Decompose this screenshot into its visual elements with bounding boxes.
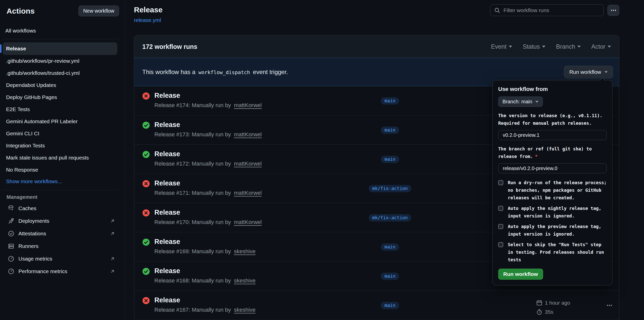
run-workflow-dropdown-button[interactable]: Run workflow [564, 66, 613, 78]
search-icon [494, 7, 500, 13]
branch-badge[interactable]: mk/fix-action [369, 185, 411, 192]
sidebar-item-workflow[interactable]: Gemini CLI CI [3, 127, 117, 140]
actor-link[interactable]: skeshive [234, 307, 256, 313]
run-description-text: Release #172: Manually run by [154, 161, 231, 167]
chevron-down-icon [542, 46, 545, 48]
cache-icon [8, 205, 14, 212]
filter-dropdown-label: Branch [556, 43, 575, 50]
run-branch-cell: main [342, 145, 438, 174]
checkbox[interactable] [498, 206, 503, 211]
chevron-down-icon [509, 46, 512, 48]
sidebar-item-workflow[interactable]: .github/workflows/trusted-ci.yml [3, 67, 117, 79]
workflow-options-button[interactable] [607, 5, 619, 16]
status-icon [142, 268, 150, 275]
run-title[interactable]: Release [154, 208, 342, 216]
run-title[interactable]: Release [154, 267, 342, 275]
show-more-workflows-link[interactable]: Show more workflows... [3, 176, 119, 187]
sidebar-item-management[interactable]: Performance metrics [0, 265, 125, 278]
workflow-label: .github/workflows/trusted-ci.yml [6, 70, 80, 76]
status-icon [142, 209, 150, 217]
chevron-down-icon [577, 46, 581, 48]
run-title[interactable]: Release [154, 179, 342, 187]
filter-dropdown[interactable]: Actor [591, 43, 611, 50]
checkbox[interactable] [498, 224, 503, 229]
workflow-file-link[interactable]: release.yml [134, 17, 161, 24]
run-title[interactable]: Release [154, 121, 342, 129]
verified-badge-icon [8, 230, 14, 237]
run-workflow-submit-button[interactable]: Run workflow [498, 269, 543, 280]
branch-badge[interactable]: main [381, 302, 399, 309]
branch-badge[interactable]: main [381, 97, 399, 105]
runs-count: 172 workflow runs [142, 43, 197, 50]
management-item-label: Performance metrics [18, 268, 67, 274]
run-title[interactable]: Release [154, 296, 342, 304]
checkbox-option-row[interactable]: Run a dry-run of the release process; no… [498, 179, 607, 202]
status-icon [142, 151, 150, 158]
actor-link[interactable]: mattKorwel [234, 131, 262, 138]
sidebar-item-workflow[interactable]: Dependabot Updates [3, 79, 117, 91]
sidebar-item-workflow[interactable]: E2E Tests [3, 103, 117, 115]
sidebar-item-management[interactable]: Runners [0, 240, 125, 252]
filter-dropdown[interactable]: Branch [556, 43, 581, 50]
sidebar-item-workflow[interactable]: Integration Tests [3, 140, 117, 152]
checkbox-option-row[interactable]: Select to skip the "Run Tests" step in t… [498, 241, 607, 264]
management-item-label: Caches [18, 205, 36, 211]
workflow-label: Release [6, 46, 26, 52]
workflow-input-field[interactable] [498, 163, 607, 173]
workflow-input-field[interactable] [498, 130, 607, 140]
branch-badge[interactable]: main [381, 273, 399, 280]
sidebar-item-workflow[interactable]: .github/workflows/pr-review.yml [3, 55, 117, 67]
sidebar-item-workflow[interactable]: Release [3, 42, 117, 55]
actor-link[interactable]: mattKorwel [234, 219, 262, 225]
run-time: 1 hour ago [536, 299, 570, 307]
checkbox-label: Select to skip the "Run Tests" step in t… [508, 241, 607, 264]
filter-dropdown[interactable]: Status [523, 43, 545, 50]
actor-link[interactable]: mattKorwel [234, 190, 262, 196]
management-item-label: Attestations [18, 231, 46, 237]
sidebar-item-all-workflows[interactable]: All workflows [2, 25, 119, 36]
status-icon [142, 297, 150, 304]
run-title[interactable]: Release [154, 238, 342, 246]
actor-link[interactable]: skeshive [234, 277, 256, 284]
actions-sidebar: Actions New workflow All workflows Relea… [0, 0, 125, 320]
branch-badge[interactable]: main [381, 243, 399, 251]
checkbox[interactable] [498, 180, 503, 185]
run-branch-cell: main [342, 291, 438, 320]
branch-select-button[interactable]: Branch: main [498, 97, 543, 107]
sidebar-item-management[interactable]: Usage metrics [0, 252, 125, 265]
run-duration: 35s [536, 308, 570, 316]
checkbox[interactable] [498, 242, 503, 247]
sidebar-item-workflow[interactable]: Mark stale issues and pull requests [3, 152, 117, 164]
branch-badge[interactable]: main [381, 126, 399, 134]
selected-accent-bar [0, 44, 2, 53]
sidebar-item-workflow[interactable]: Deploy GitHub Pages [3, 91, 117, 103]
run-title[interactable]: Release [154, 150, 342, 158]
filter-workflow-runs-box[interactable] [490, 4, 604, 16]
banner-text-before: This workflow has a [142, 69, 195, 75]
header-actions [490, 4, 619, 16]
run-options-button[interactable] [604, 300, 614, 310]
external-link-icon [110, 256, 115, 261]
sidebar-item-workflow[interactable]: No Response [3, 164, 117, 176]
workflow-run-row[interactable]: Release Release #167: Manually run by sk… [134, 291, 619, 320]
chevron-down-icon [535, 101, 539, 103]
checkbox-option-row[interactable]: Auto apply the preview release tag, inpu… [498, 223, 607, 238]
sidebar-item-management[interactable]: Attestations [0, 227, 125, 240]
new-workflow-button[interactable]: New workflow [78, 6, 119, 16]
filter-dropdown-label: Event [491, 43, 507, 50]
sidebar-item-management[interactable]: Deployments [0, 215, 125, 227]
filter-dropdown-label: Status [523, 43, 540, 50]
sidebar-item-management[interactable]: Caches [0, 202, 125, 215]
filter-dropdown[interactable]: Event [491, 43, 512, 50]
actor-link[interactable]: mattKorwel [234, 161, 262, 167]
checkbox-option-row[interactable]: Auto apply the nightly release tag, inpu… [498, 205, 607, 220]
run-title[interactable]: Release [154, 91, 342, 100]
actor-link[interactable]: mattKorwel [234, 102, 262, 108]
sidebar-item-workflow[interactable]: Gemini Automated PR Labeler [3, 115, 117, 127]
branch-badge[interactable]: main [381, 156, 399, 163]
branch-badge[interactable]: mk/fix-action [369, 214, 411, 221]
run-time-label: 1 hour ago [545, 300, 570, 306]
kebab-horizontal-icon [610, 7, 617, 14]
filter-workflow-runs-input[interactable] [503, 7, 600, 13]
actor-link[interactable]: skeshive [234, 248, 256, 254]
